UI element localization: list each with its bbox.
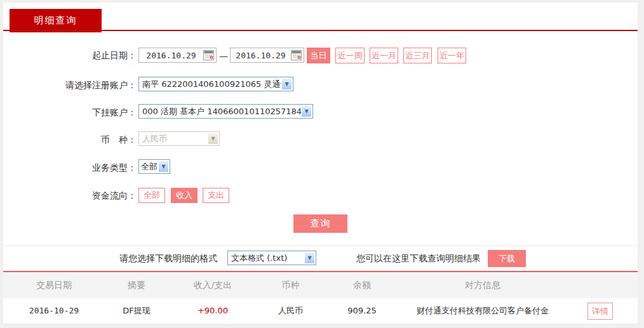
tab-detail-query[interactable]: 明细查询 <box>10 9 102 32</box>
chevron-down-icon: ▼ <box>158 161 169 173</box>
fund-flow-expense-button[interactable]: 支出 <box>203 188 229 203</box>
business-type-label: 业务类型： <box>0 162 137 174</box>
cell-balance: 909.25 <box>321 298 403 324</box>
register-account-label: 请选择注册账户： <box>0 80 137 91</box>
col-header-currency: 币种 <box>260 272 321 298</box>
quick-range-week-button[interactable]: 近一周 <box>335 48 365 63</box>
register-account-select[interactable]: 南平 6222001406100921065 灵通卡 ▼ <box>138 77 293 91</box>
cell-currency: 人民币 <box>260 298 321 324</box>
download-format-label: 请您选择下载明细的格式 <box>119 253 217 265</box>
chevron-down-icon: ▼ <box>304 252 315 264</box>
cell-date: 2016-10-29 <box>0 298 108 324</box>
fund-flow-all-button[interactable]: 全部 <box>138 188 165 203</box>
business-type-select[interactable]: 全部 ▼ <box>138 159 170 174</box>
business-type-value: 全部 <box>141 161 158 173</box>
cell-amount: +90.00 <box>165 298 260 324</box>
fund-flow-label: 资金流向： <box>0 190 137 202</box>
detail-query-page: 明细查询 起止日期： — <box>0 0 644 328</box>
quick-range-year-button[interactable]: 近一年 <box>438 48 466 63</box>
chevron-down-icon: ▼ <box>208 133 218 145</box>
date-to-input[interactable] <box>231 48 291 62</box>
chevron-down-icon: ▼ <box>301 105 312 117</box>
currency-select: 人民币 ▼ <box>138 131 220 146</box>
sub-account-label: 下挂账户： <box>0 107 137 119</box>
calendar-icon[interactable] <box>291 50 302 60</box>
date-from-input[interactable] <box>139 48 203 62</box>
date-range-label: 起止日期： <box>0 50 137 62</box>
download-format-select[interactable]: 文本格式 (.txt) ▼ <box>227 251 316 265</box>
date-to-box <box>230 48 304 63</box>
fund-flow-income-button[interactable]: 收入 <box>171 188 198 203</box>
download-format-value: 文本格式 (.txt) <box>231 253 304 264</box>
quick-range-today-button[interactable]: 当日 <box>307 48 330 63</box>
col-header-counterparty: 对方信息 <box>406 272 559 298</box>
download-button[interactable]: 下载 <box>488 250 526 267</box>
quick-range-month-button[interactable]: 近一月 <box>370 48 398 63</box>
calendar-icon[interactable] <box>203 50 214 60</box>
date-range-separator: — <box>219 51 228 61</box>
col-header-amount: 收入/支出 <box>165 272 260 298</box>
sub-account-value: 000 活期 基本户 1406600101102571848 <box>142 106 301 117</box>
quick-range-quarter-button[interactable]: 近三月 <box>403 48 432 63</box>
row-detail-button[interactable]: 详情 <box>587 303 613 320</box>
sub-account-select[interactable]: 000 活期 基本户 1406600101102571848 ▼ <box>138 104 313 119</box>
chevron-down-icon: ▼ <box>281 78 292 90</box>
col-header-date: 交易日期 <box>0 272 108 298</box>
register-account-value: 南平 6222001406100921065 灵通卡 <box>142 79 281 90</box>
currency-label: 币 种： <box>0 134 137 146</box>
tab-underline <box>3 30 638 31</box>
query-button[interactable]: 查询 <box>293 214 347 233</box>
date-from-box <box>138 48 217 63</box>
col-header-summary: 摘要 <box>108 272 165 298</box>
section-divider <box>3 246 638 246</box>
cell-counterparty: 财付通支付科技有限公司客户备付金 <box>406 298 559 324</box>
download-hint: 您可以在这里下载查询明细结果 <box>356 253 481 265</box>
currency-value: 人民币 <box>142 133 208 145</box>
tab-label: 明细查询 <box>34 15 77 27</box>
cell-summary: DF提现 <box>108 298 165 324</box>
col-header-balance: 余额 <box>321 272 403 298</box>
